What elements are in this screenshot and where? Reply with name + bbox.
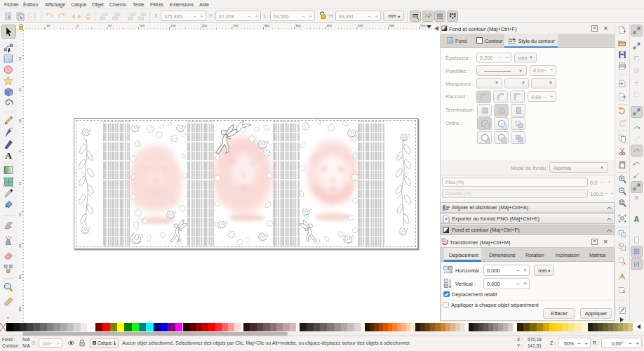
svg-text:A: A — [633, 215, 639, 222]
